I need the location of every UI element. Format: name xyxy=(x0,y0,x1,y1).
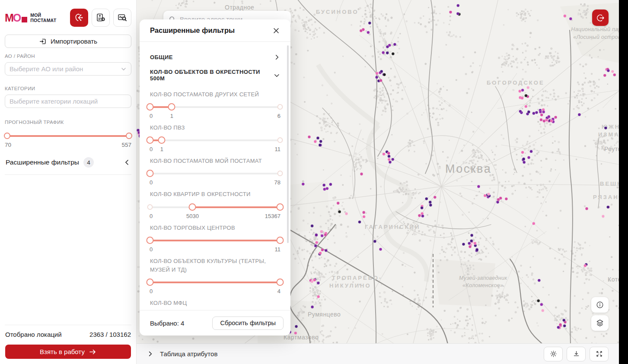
slider-ghost-end xyxy=(277,137,283,143)
slider-value-label: 11 xyxy=(275,246,281,253)
slider-handle[interactable] xyxy=(189,203,196,211)
slider-ghost-end xyxy=(277,171,283,176)
section-general[interactable]: ОБЩИЕ xyxy=(150,48,280,66)
slider-label: КОЛ-ВО ПВЗ xyxy=(150,123,280,132)
slider-handle[interactable] xyxy=(147,170,154,177)
range-slider[interactable] xyxy=(150,203,280,211)
slider-label: КОЛ-ВО ПОСТАМАТОВ МОЙ ПОСТАМАТ xyxy=(150,157,280,165)
ai-brain-icon xyxy=(74,13,84,23)
advanced-slider-group: КОЛ-ВО ОБЪЕКТОВ КУЛЬТУРЫ (ТЕАТРЫ, МУЗЕЙ … xyxy=(150,257,280,294)
mode-toolbar xyxy=(70,9,131,27)
layers-button[interactable] xyxy=(591,315,609,331)
info-button[interactable] xyxy=(591,297,609,313)
slider-values: 078 xyxy=(150,179,280,186)
slider-value-label: 6 xyxy=(277,113,281,119)
selected-filters-count: Выбрано: 4 xyxy=(150,320,184,327)
district-select[interactable]: Выберите АО или район xyxy=(5,62,131,76)
slider-handle[interactable] xyxy=(277,203,284,211)
slider-value-label: 0 xyxy=(150,146,153,152)
arrow-right-icon xyxy=(89,349,96,355)
advanced-slider-group: КОЛ-ВО МФЦ xyxy=(150,299,280,310)
range-slider[interactable] xyxy=(150,136,280,144)
map-label: НИКУЛИНО xyxy=(329,282,371,289)
chevron-down-icon xyxy=(121,66,127,72)
import-icon xyxy=(39,38,47,45)
monitor-search-icon xyxy=(117,13,128,23)
categories-label: КАТЕГОРИИ xyxy=(5,86,131,91)
traffic-values: 70 557 xyxy=(5,142,131,148)
modal-scrollbar[interactable] xyxy=(287,45,289,243)
slider-value-label: 5030 xyxy=(186,213,199,219)
fullscreen-button[interactable] xyxy=(590,347,609,361)
slider-handle[interactable] xyxy=(277,237,284,244)
map-label: «Лосиный остров» xyxy=(573,34,624,40)
map-label: Москва xyxy=(445,162,491,175)
logo-text: МОЙ ПОСТАМАТ xyxy=(30,13,56,23)
slider-label: КОЛ-ВО КВАРТИР В ОКРЕСТНОСТИ xyxy=(150,190,280,199)
close-modal-button[interactable] xyxy=(270,24,283,37)
slider-value-label: 15367 xyxy=(265,213,281,219)
slider-values: 016 xyxy=(150,113,280,119)
slider-label: КОЛ-ВО ТОРГОВЫХ ЦЕНТРОВ xyxy=(150,224,280,232)
slider-values: 0111 xyxy=(150,146,280,152)
modal-body: ОБЩИЕ КОЛ-ВО ОБЪЕКТОВ В ОКРЕСТНОСТИ 500М… xyxy=(140,42,290,310)
map-label: ТРОПАРЁВО- xyxy=(332,275,382,281)
take-to-work-button[interactable]: Взять в работу xyxy=(5,345,131,359)
settings-button[interactable] xyxy=(544,347,563,361)
gear-icon xyxy=(549,350,558,358)
slider-label: КОЛ-ВО ПОСТАМАТОВ ДРУГИХ СЕТЕЙ xyxy=(150,90,280,99)
map-label: «Коломенское» xyxy=(462,282,503,288)
map-label: Национальный парк xyxy=(571,26,624,32)
slider-value-label: 0 xyxy=(150,246,153,253)
chevron-down-icon xyxy=(274,72,280,79)
modal-title: Расширенные фильтры xyxy=(150,26,235,35)
slider-track[interactable] xyxy=(150,139,280,141)
modal-footer: Выбрано: 4 Сбросить фильтры xyxy=(140,310,290,336)
district-label: АО / РАЙОН xyxy=(5,54,131,59)
download-button[interactable] xyxy=(567,347,586,361)
slider-values: 04 xyxy=(150,288,280,294)
traffic-range-slider[interactable] xyxy=(5,133,131,139)
slider-track[interactable] xyxy=(150,173,280,174)
slider-value-label: 1 xyxy=(160,146,163,152)
map-label: Картмазово xyxy=(284,334,319,341)
expand-icon xyxy=(595,350,603,358)
slider-value-label: 0 xyxy=(150,213,153,219)
range-slider[interactable] xyxy=(150,170,280,177)
slider-handle[interactable] xyxy=(158,136,166,144)
slider-handle-max[interactable] xyxy=(126,133,132,139)
download-icon xyxy=(572,350,580,358)
slider-value-label: 0 xyxy=(150,288,153,294)
app-root: МО МОЙ ПОСТАМАТ xyxy=(0,0,628,364)
range-slider[interactable] xyxy=(150,279,280,286)
document-gear-icon xyxy=(96,13,106,23)
selected-locations-value: 2363 / 103162 xyxy=(89,331,131,338)
map-label: БУСИНОВО xyxy=(316,9,359,15)
logout-button[interactable] xyxy=(592,9,609,26)
attributes-table-toggle[interactable]: Таблица атрибутов xyxy=(147,350,217,358)
slider-handle[interactable] xyxy=(147,103,154,111)
chevron-left-icon xyxy=(124,159,131,166)
ai-analysis-button[interactable] xyxy=(70,9,88,27)
report-settings-button[interactable] xyxy=(92,9,110,27)
section-objects-500m[interactable]: КОЛ-ВО ОБЪЕКТОВ В ОКРЕСТНОСТИ 500М xyxy=(150,66,280,84)
reset-filters-button[interactable]: Сбросить фильтры xyxy=(212,317,284,330)
advanced-filters-toggle[interactable]: Расширенные фильтры 4 xyxy=(5,154,131,175)
slider-handle-min[interactable] xyxy=(4,133,10,139)
traffic-label: ПРОГНОЗНЫЙ ТРАФИК xyxy=(5,120,131,125)
slider-handle[interactable] xyxy=(147,136,154,144)
slider-value-label: 0 xyxy=(150,179,153,186)
import-button[interactable]: Импортировать xyxy=(5,35,131,48)
slider-handle[interactable] xyxy=(168,103,175,111)
slider-handle[interactable] xyxy=(147,237,154,244)
info-icon xyxy=(596,301,604,309)
range-slider[interactable] xyxy=(150,237,280,244)
monitor-search-button[interactable] xyxy=(113,9,131,27)
slider-track[interactable] xyxy=(6,135,131,137)
categories-input[interactable]: Выберите категории локаций xyxy=(5,95,131,108)
slider-handle[interactable] xyxy=(277,279,284,286)
range-slider[interactable] xyxy=(150,103,280,111)
sidebar: МО МОЙ ПОСТАМАТ xyxy=(0,0,137,364)
slider-handle[interactable] xyxy=(147,279,154,286)
slider-fill xyxy=(150,282,280,283)
